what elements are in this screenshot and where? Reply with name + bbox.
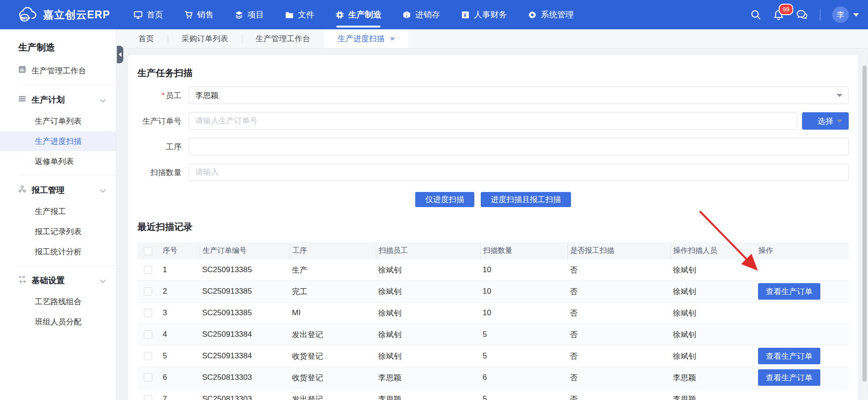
- view-production-order-button[interactable]: 查看生产订单: [758, 283, 820, 300]
- nav-label: 文件: [298, 9, 314, 20]
- bell-icon[interactable]: 99: [773, 9, 784, 20]
- navbar-divider: [820, 9, 820, 21]
- sidebar-collapse-handle[interactable]: [117, 46, 123, 63]
- process-input-wrap: [189, 138, 849, 155]
- column-header: 生产订单编号: [200, 242, 290, 259]
- nav-label: 进销存: [415, 9, 440, 20]
- chevron-down-icon: [853, 13, 859, 16]
- table-row: 1 SC250913385 生产 徐斌钊 10 否 徐斌钊: [137, 259, 849, 281]
- sidebar-title: 生产制造: [0, 29, 116, 54]
- employee-select[interactable]: [189, 87, 849, 104]
- notification-badge: 99: [779, 4, 793, 15]
- dashboard-icon: [18, 66, 26, 76]
- svg-text:¥: ¥: [463, 12, 467, 18]
- sidebar-group-label: 报工管理: [32, 185, 65, 196]
- tab-label: 生产管理工作台: [256, 33, 310, 44]
- view-production-order-button[interactable]: 查看生产订单: [758, 369, 820, 386]
- tab-production-progress-scan[interactable]: 生产进度扫描 ×: [324, 29, 408, 48]
- chat-icon[interactable]: [796, 9, 808, 20]
- user-menu[interactable]: 李: [832, 6, 859, 23]
- divider: [18, 85, 116, 85]
- nav-item-manufacturing[interactable]: 生产制造: [335, 0, 381, 29]
- gear-icon: [528, 11, 537, 19]
- sidebar-item-rework-list[interactable]: 返修单列表: [0, 151, 116, 171]
- cube-icon: [402, 11, 411, 19]
- nav-item-system[interactable]: 系统管理: [528, 0, 574, 29]
- sidebar-group-production-plan[interactable]: 生产计划: [0, 89, 116, 111]
- nav-item-hr-finance[interactable]: ¥ 人事财务: [461, 0, 507, 29]
- row-checkbox[interactable]: [144, 395, 152, 400]
- chip-icon: [335, 11, 344, 19]
- main-nav-menu: 首页 销售 项目 文件 生产制造 进销存 ¥ 人事财务 系统管理: [134, 0, 574, 29]
- process-input[interactable]: [189, 138, 849, 155]
- sidebar-item-label: 工艺路线组合: [35, 296, 82, 307]
- scan-form: *员工 生产订单号 选择 工序 扫描数量: [137, 87, 849, 207]
- order-select-wrap: 选择: [189, 112, 849, 130]
- sidebar-item-label: 报工记录列表: [35, 226, 82, 237]
- search-icon[interactable]: [750, 9, 761, 20]
- close-icon[interactable]: ×: [390, 35, 395, 43]
- tab-label: 生产进度扫描: [338, 33, 385, 44]
- form-actions: 仅进度扫描 进度扫描且报工扫描: [137, 192, 849, 207]
- sidebar-group-basic-settings[interactable]: 基础设置: [0, 269, 116, 291]
- sidebar-item-report-statistics[interactable]: 报工统计分析: [0, 241, 116, 262]
- sidebar: 生产制造 生产管理工作台 生产计划 生产订单列表 生产进度扫描 返修单列表 报工…: [0, 29, 116, 400]
- nav-label: 生产制造: [348, 9, 381, 20]
- employee-field-row: *员工: [137, 87, 849, 104]
- row-checkbox[interactable]: [144, 352, 152, 360]
- sidebar-item-label: 生产报工: [35, 206, 66, 217]
- nav-item-files[interactable]: 文件: [285, 0, 314, 29]
- qty-input[interactable]: [189, 164, 849, 181]
- order-select[interactable]: [189, 112, 797, 130]
- select-order-button[interactable]: 选择: [802, 112, 849, 130]
- row-checkbox[interactable]: [144, 330, 152, 339]
- tab-production-workbench[interactable]: 生产管理工作台: [242, 29, 324, 48]
- row-checkbox[interactable]: [144, 373, 152, 382]
- sidebar-item-label: 生产管理工作台: [32, 66, 86, 76]
- table-row: 6 SC250813303 收货登记 李思颖 6 否 李思颖 查看生产订单: [137, 367, 849, 389]
- avatar: 李: [832, 6, 849, 23]
- nav-item-inventory[interactable]: 进销存: [402, 0, 440, 29]
- tab-home[interactable]: 首页: [125, 29, 168, 48]
- sidebar-item-process-route[interactable]: 工艺路线组合: [0, 291, 116, 312]
- chevron-down-icon: [100, 186, 106, 195]
- tab-label: 首页: [138, 33, 154, 44]
- recent-scan-table: 序号 生产订单编号 工序 扫描员工 扫描数量 是否报工扫描 操作扫描人员 操作 …: [137, 242, 849, 400]
- sidebar-group-work-report[interactable]: 报工管理: [0, 179, 116, 201]
- svg-text:ERP: ERP: [21, 16, 30, 21]
- main-content-card: 生产任务扫描 *员工 生产订单号 选择 工序 扫描数量: [128, 55, 858, 400]
- tab-purchase-order-list[interactable]: 采购订单列表: [168, 29, 242, 48]
- app-logo[interactable]: ERP 嘉立创云ERP: [0, 5, 118, 24]
- view-production-order-button[interactable]: 查看生产订单: [758, 348, 820, 364]
- row-checkbox[interactable]: [144, 309, 152, 317]
- scrollbar-thumb[interactable]: [863, 66, 867, 382]
- sidebar-item-production-order-list[interactable]: 生产订单列表: [0, 111, 116, 131]
- sidebar-item-team-assignment[interactable]: 班组人员分配: [0, 312, 116, 332]
- sidebar-item-workbench[interactable]: 生产管理工作台: [0, 60, 116, 81]
- sidebar-group-label: 生产计划: [32, 94, 65, 105]
- scan-only-button[interactable]: 仅进度扫描: [415, 192, 474, 207]
- table-row: 2 SC250913385 完工 徐斌钊 10 否 徐斌钊 查看生产订单: [137, 281, 849, 302]
- sidebar-item-label: 班组人员分配: [35, 317, 82, 327]
- chevron-down-icon: [100, 95, 106, 105]
- nav-item-sales[interactable]: 销售: [184, 0, 214, 29]
- scan-and-report-button[interactable]: 进度扫描且报工扫描: [481, 192, 571, 207]
- monitor-icon: [134, 11, 143, 19]
- nav-item-home[interactable]: 首页: [134, 0, 163, 29]
- sidebar-item-production-progress-scan[interactable]: 生产进度扫描: [0, 131, 116, 151]
- sidebar-item-label: 报工统计分析: [35, 247, 82, 257]
- chevron-down-icon: [100, 276, 106, 285]
- sidebar-item-report-record-list[interactable]: 报工记录列表: [0, 221, 116, 241]
- divider: [18, 265, 116, 266]
- folder-icon: [285, 11, 294, 19]
- sidebar-item-production-report[interactable]: 生产报工: [0, 201, 116, 221]
- page-scrollbar: [863, 49, 867, 400]
- row-checkbox[interactable]: [144, 287, 152, 296]
- select-all-checkbox[interactable]: [144, 247, 152, 255]
- column-header: 是否报工扫描: [567, 242, 670, 259]
- nav-item-projects[interactable]: 项目: [235, 0, 264, 29]
- finance-icon: ¥: [461, 11, 470, 19]
- logo-text: 嘉立创云ERP: [43, 8, 110, 22]
- table-row: 3 SC250913385 MI 徐斌钊 10 否 徐斌钊: [137, 302, 849, 324]
- row-checkbox[interactable]: [144, 266, 152, 274]
